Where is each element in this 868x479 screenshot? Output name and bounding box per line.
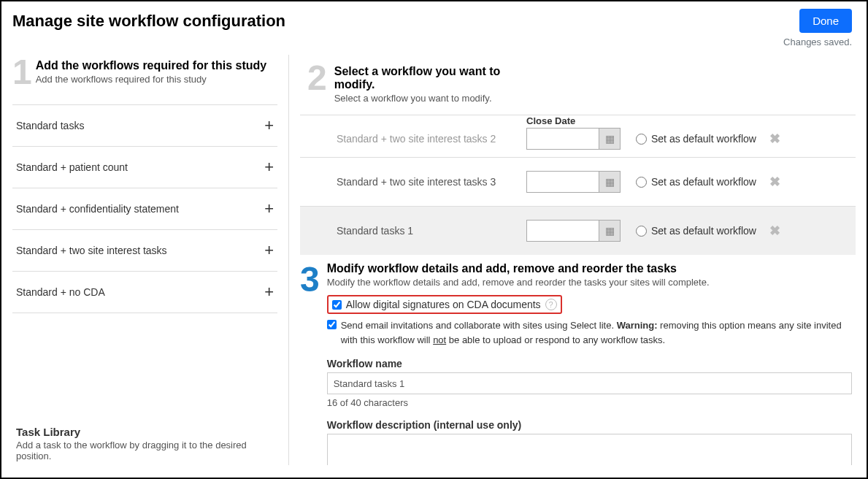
plus-icon[interactable]: + (264, 283, 274, 302)
workflow-template-label: Standard tasks (16, 120, 84, 131)
task-library-subtitle: Add a task to the workflow by dragging i… (16, 440, 274, 461)
workflow-desc-label: Workflow description (internal use only) (327, 419, 852, 431)
page-title: Manage site workflow configuration (12, 12, 285, 31)
set-default-label[interactable]: Set as default workflow (636, 133, 760, 145)
cda-signature-highlight: Allow digital signatures on CDA document… (327, 295, 562, 314)
set-default-radio[interactable] (636, 226, 647, 237)
plus-icon[interactable]: + (264, 158, 274, 177)
workflow-template-label: Standard + no CDA (16, 286, 105, 298)
set-default-radio[interactable] (636, 134, 647, 145)
workflow-template-item[interactable]: Standard + two site interest tasks + (12, 230, 277, 272)
close-date-input[interactable] (526, 171, 599, 193)
set-default-text: Set as default workflow (651, 225, 756, 237)
workflow-name-label: Workflow name (327, 358, 852, 369)
step-3-number: 3 (300, 262, 320, 297)
workflow-name-input[interactable] (327, 372, 852, 394)
workflow-row[interactable]: Standard + two site interest tasks 3 ▦ S… (300, 157, 856, 206)
not-text: not (433, 334, 446, 345)
calendar-icon: ▦ (605, 176, 615, 188)
close-date-input[interactable] (526, 128, 599, 150)
step-2-number: 2 (307, 61, 327, 96)
set-default-radio[interactable] (636, 177, 647, 188)
cda-signature-checkbox[interactable] (332, 300, 342, 310)
workflow-row[interactable]: Standard tasks 1 ▦ Set as default workfl… (300, 206, 856, 255)
workflow-name-char-count: 16 of 40 characters (327, 397, 852, 408)
done-button[interactable]: Done (799, 9, 852, 33)
close-date-input[interactable] (526, 220, 599, 242)
workflow-template-label: Standard + two site interest tasks (16, 245, 167, 256)
step-3-subtitle: Modify the workflow details and add, rem… (327, 277, 852, 288)
workflow-row-name: Standard + two site interest tasks 2 (300, 133, 526, 145)
plus-icon[interactable]: + (264, 241, 274, 260)
workflow-template-item[interactable]: Standard tasks + (12, 105, 277, 147)
calendar-button[interactable]: ▦ (599, 220, 621, 242)
remove-icon[interactable]: ✖ (769, 175, 780, 189)
workflow-row-name: Standard tasks 1 (300, 225, 526, 237)
calendar-icon: ▦ (605, 225, 615, 237)
email-invite-text: Send email invitations and collaborate w… (341, 318, 852, 347)
step-3-title: Modify workflow details and add, remove … (327, 262, 852, 275)
workflow-desc-input[interactable] (327, 434, 852, 465)
workflow-template-item[interactable]: Standard + confidentiality statement + (12, 188, 277, 230)
set-default-label[interactable]: Set as default workflow (636, 176, 760, 188)
step-2-subtitle: Select a workflow you want to modify. (334, 93, 510, 104)
workflow-template-item[interactable]: Standard + no CDA + (12, 272, 277, 313)
workflow-template-item[interactable]: Standard + patient count + (12, 147, 277, 188)
warning-label: Warning: (617, 320, 658, 331)
remove-icon[interactable]: ✖ (769, 131, 780, 146)
plus-icon[interactable]: + (264, 199, 274, 218)
set-default-text: Set as default workflow (651, 176, 756, 188)
save-status: Changes saved. (1, 37, 867, 55)
workflow-row-name: Standard + two site interest tasks 3 (300, 176, 526, 188)
close-date-header: Close Date (526, 115, 636, 126)
step-1-subtitle: Add the workflows required for this stud… (36, 74, 266, 85)
help-icon[interactable]: ? (545, 299, 557, 310)
email-text-prefix: Send email invitations and collaborate w… (341, 320, 617, 331)
step-1-title: Add the workflows required for this stud… (36, 59, 266, 72)
workflow-template-label: Standard + patient count (16, 161, 128, 173)
cda-signature-label: Allow digital signatures on CDA document… (346, 299, 541, 310)
plus-icon[interactable]: + (264, 116, 274, 135)
step-2-title: Select a workflow you want to modify. (334, 65, 510, 91)
step-1-number: 1 (12, 55, 32, 90)
workflow-template-label: Standard + confidentiality statement (16, 203, 179, 215)
calendar-button[interactable]: ▦ (599, 171, 621, 193)
set-default-label[interactable]: Set as default workflow (636, 225, 760, 237)
workflow-row[interactable]: Standard + two site interest tasks 2 ▦ S… (300, 128, 856, 157)
email-text-suffix: be able to upload or respond to any work… (446, 334, 665, 345)
calendar-button[interactable]: ▦ (599, 128, 621, 150)
set-default-text: Set as default workflow (651, 133, 756, 145)
email-invite-checkbox[interactable] (327, 320, 337, 329)
calendar-icon: ▦ (605, 133, 615, 145)
task-library-title: Task Library (16, 426, 274, 438)
remove-icon[interactable]: ✖ (769, 223, 780, 238)
